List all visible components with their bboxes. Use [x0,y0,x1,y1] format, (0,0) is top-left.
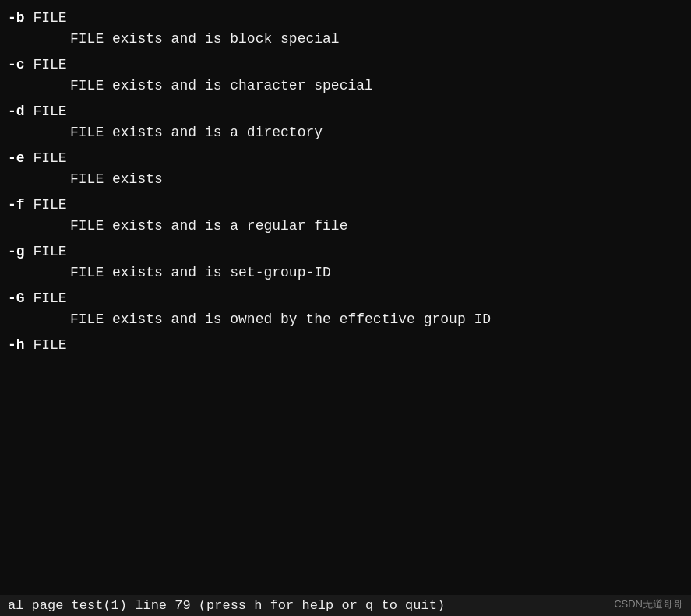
flag-line-g: -g FILE [0,241,691,262]
flag-d-arg: FILE [25,104,67,119]
flag-G: -G [8,290,25,306]
entry-G: -G FILE FILE exists and is owned by the … [0,288,691,330]
flag-G-arg: FILE [25,290,67,306]
flag-b-arg: FILE [25,10,67,26]
flag-line-f: -f FILE [0,195,691,216]
flag-line-d: -d FILE [0,101,691,122]
desc-g: FILE exists and is set-group-ID [0,262,691,283]
flag-h: -h [8,337,25,353]
desc-c: FILE exists and is character special [0,76,691,97]
flag-e-arg: FILE [25,150,67,166]
desc-e: FILE exists [0,169,691,190]
desc-G: FILE exists and is owned by the effectiv… [0,309,691,330]
watermark: CSDN无道哥哥 [614,597,683,611]
flag-line-b: -b FILE [0,8,691,29]
entry-g: -g FILE FILE exists and is set-group-ID [0,241,691,283]
entry-e: -e FILE FILE exists [0,148,691,190]
entry-d: -d FILE FILE exists and is a directory [0,101,691,143]
entry-c: -c FILE FILE exists and is character spe… [0,55,691,97]
flag-f-arg: FILE [25,197,67,213]
flag-line-c: -c FILE [0,55,691,76]
entry-h: -h FILE [0,335,691,356]
flag-e: -e [8,150,25,166]
flag-c: -c [8,57,25,72]
desc-b: FILE exists and is block special [0,29,691,50]
flag-f: -f [8,197,25,213]
flag-g: -g [8,244,25,259]
flag-d: -d [8,104,25,119]
desc-d: FILE exists and is a directory [0,122,691,143]
entry-f: -f FILE FILE exists and is a regular fil… [0,195,691,237]
terminal-window: -b FILE FILE exists and is block special… [0,0,691,616]
status-bar: al page test(1) line 79 (press h for hel… [0,595,691,616]
entry-b: -b FILE FILE exists and is block special [0,8,691,50]
flag-line-h: -h FILE [0,335,691,356]
flag-line-e: -e FILE [0,148,691,169]
desc-f: FILE exists and is a regular file [0,216,691,237]
flag-line-G: -G FILE [0,288,691,309]
flag-h-arg: FILE [25,337,67,353]
flag-c-arg: FILE [25,57,67,72]
flag-g-arg: FILE [25,244,67,259]
flag-b: -b [8,10,25,26]
